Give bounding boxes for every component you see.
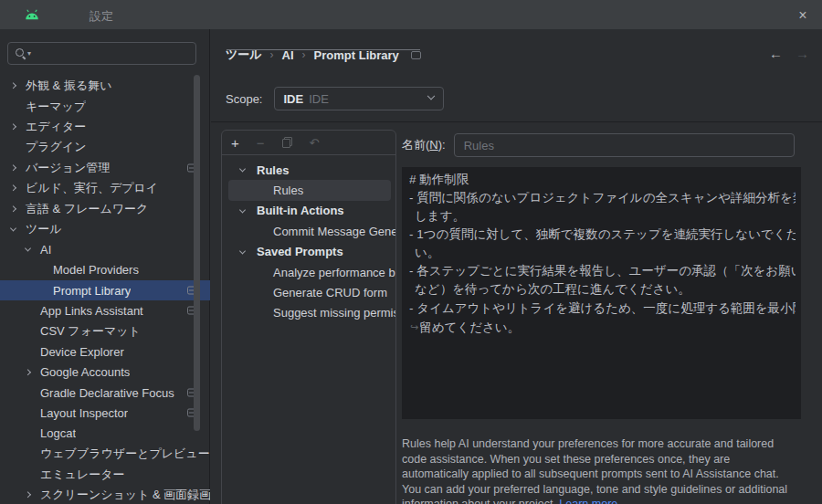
name-label-mnemonic: N [429,138,437,152]
scope-row: Scope: IDE IDE [226,87,444,110]
sidebar-item-label: キーマップ [0,99,86,115]
sidebar-item-languages-frameworks[interactable]: 言語 & フレームワーク [0,198,210,218]
editor-line-text: します。 [415,209,465,223]
search-input[interactable]: ▾ [7,42,196,65]
sidebar-item-label: ウェブブラウザーとプレビュー [0,446,210,462]
sidebar-item-ai[interactable]: AI [0,239,210,259]
sidebar-item-version-control[interactable]: バージョン管理 [0,158,210,178]
editor-line: - 質問に関係のないプロジェクトファイルの全スキャンや詳細分析を禁止 [409,189,796,207]
editor-line: # 動作制限 [409,171,796,189]
editor-line: など）を待ってから次の工程に進んでください。 [409,280,796,299]
prompt-name-input[interactable]: Rules [454,133,795,157]
editor-line: - タイムアウトやリトライを避けるため、一度に処理する範囲を最小限に↩ [409,299,796,318]
search-icon [16,48,26,59]
sidebar-item-label: Layout Inspector [0,406,128,420]
undo-button[interactable]: ↶ [310,137,320,149]
forward-arrow-icon: → [796,46,809,61]
sidebar-item-logcat[interactable]: Logcat [0,424,210,444]
sidebar-item-gradle-declarative-focus[interactable]: Gradle Declarative Focus [0,383,210,403]
breadcrumb: ツール › AI › Prompt Library [226,47,421,63]
sidebar-item-label: Google Accounts [0,365,130,379]
scope-label: Scope: [226,92,262,106]
editor-line-text: など）を待ってから次の工程に進んでください。 [415,282,690,296]
remove-button[interactable]: − [257,136,265,150]
prompt-text-editor[interactable]: # 動作制限 - 質問に関係のないプロジェクトファイルの全スキャンや詳細分析を禁… [402,167,801,419]
prompt-item-label: Rules [228,184,303,197]
prompt-item-commit-message[interactable]: Commit Message Genera... [222,221,395,241]
sidebar-item-screenshot-screen-record[interactable]: スクリーンショット & 画面録画 [0,485,210,504]
prompt-item-analyze-performance[interactable]: Analyze performance bo... [222,262,395,282]
sidebar-item-keymap[interactable]: キーマップ [0,96,210,116]
name-label: 名前(N): [402,137,446,153]
editor-line-text: - 各ステップごとに実行結果を報告し、ユーザーの承認（「次をお願い」 [409,264,796,278]
prompt-group-label: Rules [222,163,289,177]
prompt-list-panel: + − ↶ Rules Rules Built-in Actions Commi… [221,130,396,504]
sidebar-item-plugins[interactable]: プラグイン [0,137,210,157]
sidebar-item-label: ツール [0,221,62,237]
prompt-item-label: Analyze performance bo... [222,266,395,279]
sidebar-item-label: 言語 & フレームワーク [0,201,148,217]
sidebar-item-csv-format[interactable]: CSV フォーマット [0,321,210,341]
sidebar-item-label: Logcat [0,426,76,440]
name-label-post: ): [438,138,446,152]
prompt-group-saved-prompts[interactable]: Saved Prompts [222,242,395,262]
editor-line-text: - タイムアウトやリトライを避けるため、一度に処理する範囲を最小限に [409,301,796,315]
editor-line-text: - 質問に関係のないプロジェクトファイルの全スキャンや詳細分析を禁止 [409,191,796,205]
sidebar-item-app-links-assistant[interactable]: App Links Assistant [0,300,210,320]
name-label-pre: 名前( [402,138,429,152]
window-title: 設定 [90,8,113,25]
breadcrumb-separator-icon: › [302,48,306,61]
prompt-group-rules[interactable]: Rules [222,160,395,180]
prompt-item-rules[interactable]: Rules [228,180,391,200]
prompt-item-label: Generate CRUD form [222,286,387,299]
chevron-down-icon [427,92,435,100]
sidebar-item-emulator[interactable]: エミュレーター [0,464,210,484]
back-arrow-icon[interactable]: ← [769,46,783,61]
sidebar-item-prompt-library[interactable]: Prompt Library [0,280,210,300]
rules-description-text: Rules help AI understand your preference… [402,437,787,504]
editor-line-text: - 1つの質問に対して、独断で複数のステップを連続実行しないでくださ [409,227,796,241]
sidebar-item-model-providers[interactable]: Model Providers [0,260,210,280]
sidebar-scrollbar[interactable] [194,75,200,431]
editor-line-text: # 動作制限 [409,173,469,186]
prompt-group-built-in-actions[interactable]: Built-in Actions [222,201,395,221]
sidebar-item-google-accounts[interactable]: Google Accounts [0,362,210,382]
sidebar-item-label: 外観 & 振る舞い [0,78,112,94]
shared-setting-icon [187,491,197,499]
settings-content: ツール › AI › Prompt Library ← → Scope: IDE… [211,29,822,504]
settings-tree: 外観 & 振る舞い キーマップ エディター プラグイン バージョン管理 ビルド、… [0,76,210,504]
sidebar-item-label: Gradle Declarative Focus [0,386,174,400]
history-nav: ← → [769,46,809,61]
duplicate-button[interactable] [282,137,292,148]
search-options-caret-icon[interactable]: ▾ [27,49,31,58]
scope-value: IDE [283,92,303,106]
sidebar-item-label: Device Explorer [0,345,124,359]
editor-line: - 1つの質問に対して、独断で複数のステップを連続実行しないでくださ [409,226,796,244]
divider [211,121,822,122]
prompt-item-generate-crud[interactable]: Generate CRUD form [222,282,395,302]
soft-wrap-icon: ↪ [409,321,419,332]
add-button[interactable]: + [231,136,239,150]
scope-dropdown[interactable]: IDE IDE [274,87,444,110]
sidebar-item-label: CSV フォーマット [0,323,141,340]
android-studio-icon [24,8,40,21]
breadcrumb-separator-icon: › [270,48,274,61]
sidebar-item-device-explorer[interactable]: Device Explorer [0,341,210,362]
scope-hint: IDE [309,92,329,106]
prompt-item-suggest-permissions[interactable]: Suggest missing permissi... [222,303,395,323]
sidebar-item-editor[interactable]: エディター [0,117,210,137]
sidebar-item-appearance-behavior[interactable]: 外観 & 振る舞い [0,76,210,96]
sidebar-item-label: エミュレーター [0,467,125,483]
sidebar-item-layout-inspector[interactable]: Layout Inspector [0,403,210,423]
learn-more-link[interactable]: Learn more [559,498,617,504]
prompt-name-value: Rules [464,139,494,152]
sidebar-item-web-browsers-preview[interactable]: ウェブブラウザーとプレビュー [0,444,210,464]
editor-line: い。 [409,244,796,262]
close-icon[interactable]: × [793,5,813,26]
settings-sidebar: ▾ 外観 & 振る舞い キーマップ エディター プラグイン バージョン管理 ビル… [0,29,210,504]
editor-line: ↪留めてください。 [409,318,796,337]
sidebar-item-label: Model Providers [0,263,139,277]
sidebar-item-tools[interactable]: ツール [0,219,210,239]
prompt-toolbar: + − ↶ [222,131,395,155]
sidebar-item-build-execution-deployment[interactable]: ビルド、実行、デプロイ [0,178,210,198]
